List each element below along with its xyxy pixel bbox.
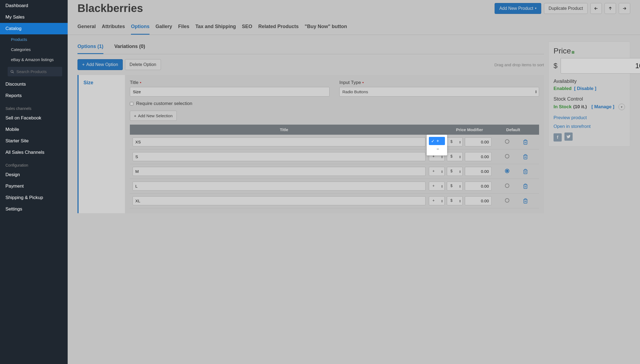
tab-general[interactable]: General	[77, 21, 96, 35]
sort-hint: Drag and drop items to sort	[494, 62, 544, 67]
tab-buy-now[interactable]: "Buy Now" button	[305, 21, 347, 35]
sidebar-item-payment[interactable]: Payment	[0, 181, 68, 192]
price-input[interactable]	[561, 58, 640, 74]
tab-attributes[interactable]: Attributes	[102, 21, 125, 35]
sidebar-item-reports[interactable]: Reports	[0, 90, 68, 101]
input-type-label: Input Type •	[339, 80, 539, 85]
modifier-value-input[interactable]	[465, 152, 492, 161]
sidebar-item-discounts[interactable]: Discounts	[0, 79, 68, 90]
dropdown-option-minus[interactable]: −	[429, 145, 445, 153]
selection-title-input[interactable]	[133, 137, 426, 146]
delete-option-button[interactable]: Delete Option	[125, 59, 161, 70]
unit-select[interactable]: $▴▾	[447, 167, 463, 176]
modifier-value-input[interactable]	[465, 167, 492, 176]
sign-select[interactable]: +▴▾	[429, 182, 445, 191]
selection-title-input[interactable]	[133, 182, 426, 191]
disable-link[interactable]: [ Disable ]	[574, 86, 596, 91]
selection-row: +▴▾$▴▾	[130, 149, 539, 164]
require-selection-label: Require customer selection	[136, 101, 192, 106]
require-selection-checkbox[interactable]	[130, 102, 133, 106]
sidebar-item-all-channels[interactable]: All Sales Channels	[0, 147, 68, 158]
tab-files[interactable]: Files	[178, 21, 189, 35]
sidebar-sub-categories[interactable]: Categories	[0, 44, 68, 55]
default-radio[interactable]	[505, 139, 509, 144]
selection-title-input[interactable]	[133, 167, 426, 176]
header: Blackberries Add New Product ▾ Duplicate…	[68, 0, 640, 21]
trash-icon[interactable]	[523, 139, 536, 145]
modifier-value-input[interactable]	[465, 196, 492, 205]
facebook-share-button[interactable]: f	[554, 133, 562, 142]
caret-icon: ▴▾	[459, 199, 461, 203]
open-storefront-link[interactable]: Open in storefront	[554, 124, 625, 129]
svg-point-0	[11, 70, 13, 72]
plus-icon: +	[82, 62, 85, 67]
default-radio[interactable]	[505, 169, 509, 173]
trash-icon[interactable]	[523, 183, 536, 189]
unit-select[interactable]: $▴▾	[447, 196, 463, 205]
unit-select[interactable]: $▴▾	[447, 137, 463, 146]
tab-tax-shipping[interactable]: Tax and Shipping	[195, 21, 236, 35]
dropdown-option-plus[interactable]: +	[429, 137, 445, 145]
arrow-left-icon	[594, 6, 599, 11]
selection-title-input[interactable]	[133, 152, 426, 161]
sidebar-search[interactable]	[8, 67, 62, 76]
svg-line-1	[13, 72, 14, 73]
add-new-product-button[interactable]: Add New Product ▾	[495, 3, 541, 14]
trash-icon[interactable]	[523, 198, 536, 204]
tab-related[interactable]: Related Products	[258, 21, 299, 35]
sidebar-item-dashboard[interactable]: Dashboard	[0, 0, 68, 11]
title-input[interactable]	[130, 87, 330, 97]
sign-select[interactable]: +▴▾	[429, 167, 445, 176]
sidebar-item-shipping[interactable]: Shipping & Pickup	[0, 192, 68, 203]
preview-product-link[interactable]: Preview product	[554, 115, 625, 121]
manage-stock-link[interactable]: [ Manage ]	[591, 104, 614, 110]
up-button[interactable]	[605, 3, 616, 14]
option-side-title[interactable]: Size	[83, 80, 120, 86]
sidebar-item-catalog[interactable]: Catalog	[0, 23, 68, 34]
expand-stock-button[interactable]: ▾	[618, 104, 625, 110]
unit-select[interactable]: $▴▾	[447, 152, 463, 161]
modifier-value-input[interactable]	[465, 182, 492, 191]
option-box: Size Title • Input Type • Radio Butt	[77, 75, 544, 213]
sidebar-sub-products[interactable]: Products	[0, 34, 68, 44]
tab-seo[interactable]: SEO	[242, 21, 252, 35]
caret-icon: ▴▾	[441, 199, 443, 203]
add-new-selection-button[interactable]: + Add New Selection	[130, 111, 177, 121]
sidebar-sub-ebay-amazon[interactable]: eBay & Amazon listings	[0, 55, 68, 65]
trash-icon[interactable]	[523, 154, 536, 160]
selection-row: +▴▾$▴▾	[130, 179, 539, 194]
sign-dropdown[interactable]: + −	[427, 135, 447, 155]
twitter-share-button[interactable]	[564, 133, 573, 141]
tab-gallery[interactable]: Gallery	[155, 21, 172, 35]
sidebar-item-settings[interactable]: Settings	[0, 203, 68, 215]
selection-table-head: Title Price Modifier Default	[130, 125, 539, 135]
modifier-value-input[interactable]	[465, 137, 492, 146]
subtab-variations[interactable]: Variations (0)	[114, 41, 145, 54]
default-radio[interactable]	[505, 183, 509, 188]
forward-button[interactable]	[619, 3, 630, 14]
selection-title-input[interactable]	[133, 196, 426, 205]
sidebar-item-my-sales[interactable]: My Sales	[0, 11, 68, 23]
trash-icon[interactable]	[523, 169, 536, 174]
default-radio[interactable]	[505, 154, 509, 158]
right-panel: Price ⊞ $ ▾ Availability Enabled [ Disab…	[548, 41, 630, 147]
currency-symbol: $	[554, 62, 557, 70]
sidebar-item-starter-site[interactable]: Starter Site	[0, 135, 68, 147]
unit-select[interactable]: $▴▾	[447, 182, 463, 191]
sidebar-item-facebook[interactable]: Sell on Facebook	[0, 112, 68, 124]
search-input[interactable]	[16, 69, 59, 74]
sidebar-item-mobile[interactable]: Mobile	[0, 124, 68, 135]
plus-badge-icon[interactable]: ⊞	[572, 50, 575, 54]
back-button[interactable]	[590, 3, 602, 14]
sidebar-item-design[interactable]: Design	[0, 169, 68, 181]
subtabs: Options (1) Variations (0)	[77, 41, 544, 54]
input-type-select[interactable]: Radio Buttons	[339, 87, 539, 97]
tab-options[interactable]: Options	[131, 21, 149, 35]
stock-status: In Stock	[554, 104, 572, 110]
sign-select[interactable]: +▴▾	[429, 196, 445, 205]
add-new-option-button[interactable]: + Add New Option	[77, 59, 123, 70]
default-radio[interactable]	[505, 198, 509, 203]
duplicate-product-button[interactable]: Duplicate Product	[544, 3, 588, 14]
caret-icon: ▴▾	[459, 140, 461, 144]
subtab-options[interactable]: Options (1)	[77, 41, 103, 54]
